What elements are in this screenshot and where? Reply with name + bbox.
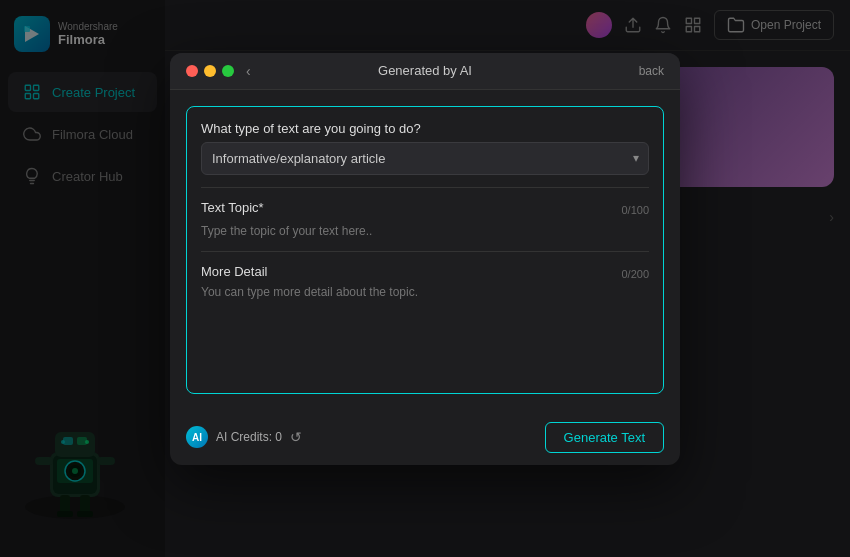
- ai-credits-label: AI Credits: 0: [216, 430, 282, 444]
- minimize-button[interactable]: [204, 65, 216, 77]
- back-label[interactable]: back: [639, 64, 664, 78]
- ai-credits-icon: AI: [186, 426, 208, 448]
- back-arrow-icon[interactable]: ‹: [246, 63, 251, 79]
- text-topic-input[interactable]: [201, 224, 649, 238]
- modal-body: What type of text are you going to do? I…: [170, 90, 680, 410]
- ai-credits-section: AI AI Credits: 0 ↺: [186, 426, 302, 448]
- text-type-select-wrapper: Informative/explanatory articleMarketing…: [201, 142, 649, 175]
- maximize-button[interactable]: [222, 65, 234, 77]
- text-type-select[interactable]: Informative/explanatory articleMarketing…: [201, 142, 649, 175]
- close-button[interactable]: [186, 65, 198, 77]
- modal-titlebar: ‹ Generated by AI back: [170, 53, 680, 90]
- refresh-credits-icon[interactable]: ↺: [290, 429, 302, 445]
- divider-2: [201, 251, 649, 252]
- modal-title: Generated by AI: [378, 63, 472, 78]
- form-question: What type of text are you going to do? I…: [201, 121, 649, 175]
- modal-footer: AI AI Credits: 0 ↺ Generate Text: [170, 410, 680, 465]
- divider-1: [201, 187, 649, 188]
- more-detail-section: More Detail 0/200: [201, 264, 649, 379]
- more-detail-counter: 0/200: [621, 268, 649, 280]
- text-topic-section: Text Topic* 0/100: [201, 200, 649, 239]
- text-topic-counter: 0/100: [621, 204, 649, 216]
- modal-overlay: ‹ Generated by AI back What type of text…: [0, 0, 850, 557]
- modal: ‹ Generated by AI back What type of text…: [170, 53, 680, 465]
- more-detail-textarea[interactable]: [201, 285, 649, 375]
- more-detail-label: More Detail: [201, 264, 267, 279]
- text-topic-label: Text Topic*: [201, 200, 264, 215]
- generate-text-button[interactable]: Generate Text: [545, 422, 664, 453]
- form-section: What type of text are you going to do? I…: [186, 106, 664, 394]
- traffic-lights: ‹: [186, 63, 251, 79]
